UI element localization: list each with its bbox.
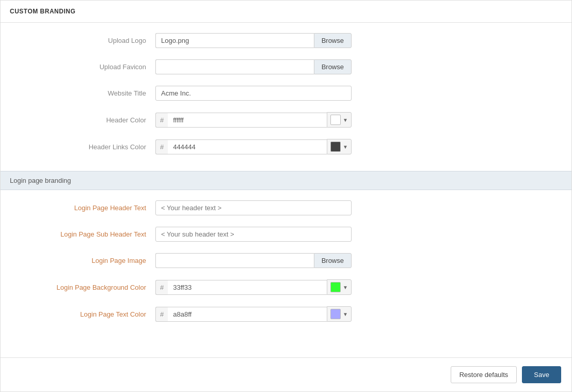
login-text-color-label: Login Page Text Color	[11, 310, 155, 318]
login-text-color-picker-button[interactable]: ▼	[327, 306, 352, 322]
login-sub-header-text-label: Login Page Sub Header Text	[11, 230, 155, 238]
general-branding-section: Upload Logo Browse Upload Favicon Browse…	[1, 23, 571, 171]
login-bg-color-dropdown-arrow: ▼	[343, 285, 348, 290]
upload-favicon-label: Upload Favicon	[11, 63, 155, 71]
login-bg-color-input-group: # ▼	[155, 279, 352, 295]
login-text-color-input[interactable]	[168, 307, 327, 322]
login-bg-color-input[interactable]	[168, 280, 327, 295]
upload-logo-row: Upload Logo Browse	[1, 33, 571, 48]
header-color-input[interactable]	[168, 113, 327, 128]
login-section-header: Login page branding	[1, 171, 571, 190]
login-text-color-swatch	[330, 309, 341, 319]
header-color-swatch	[330, 115, 341, 125]
login-sub-header-text-input-group	[155, 227, 352, 242]
login-text-color-input-group: # ▼	[155, 306, 352, 322]
header-color-row: Header Color # ▼	[1, 112, 571, 128]
login-image-input[interactable]	[155, 253, 314, 268]
login-bg-color-swatch	[330, 282, 341, 292]
login-text-color-hash: #	[155, 307, 168, 322]
header-color-label: Header Color	[11, 116, 155, 124]
custom-branding-page: CUSTOM BRANDING Upload Logo Browse Uploa…	[0, 0, 572, 392]
upload-favicon-row: Upload Favicon Browse	[1, 59, 571, 74]
header-links-color-input-group: # ▼	[155, 139, 352, 154]
header-color-input-group: # ▼	[155, 112, 352, 128]
page-title: CUSTOM BRANDING	[1, 1, 571, 23]
header-links-color-input[interactable]	[168, 139, 327, 154]
login-sub-header-text-row: Login Page Sub Header Text	[1, 227, 571, 242]
header-color-hash: #	[155, 113, 168, 128]
header-links-color-picker-button[interactable]: ▼	[327, 139, 352, 154]
upload-logo-input-group: Browse	[155, 33, 352, 48]
login-image-row: Login Page Image Browse	[1, 253, 571, 268]
restore-defaults-button[interactable]: Restore defaults	[451, 366, 517, 383]
login-bg-color-label: Login Page Background Color	[11, 284, 155, 291]
website-title-input[interactable]	[155, 86, 352, 101]
website-title-label: Website Title	[11, 89, 155, 97]
header-links-color-label: Header Links Color	[11, 143, 155, 151]
header-links-color-swatch	[330, 142, 341, 152]
login-text-color-row: Login Page Text Color # ▼	[1, 306, 571, 322]
upload-logo-input[interactable]	[155, 33, 314, 48]
save-button[interactable]: Save	[522, 366, 561, 383]
upload-logo-browse-button[interactable]: Browse	[314, 33, 352, 48]
footer-bar: Restore defaults Save	[1, 357, 571, 391]
login-sub-header-text-input[interactable]	[155, 227, 352, 242]
login-bg-color-hash: #	[155, 280, 168, 295]
upload-favicon-browse-button[interactable]: Browse	[314, 59, 352, 74]
login-header-text-label: Login Page Header Text	[11, 204, 155, 212]
website-title-row: Website Title	[1, 86, 571, 101]
upload-favicon-input[interactable]	[155, 59, 314, 74]
header-color-dropdown-arrow: ▼	[343, 117, 348, 123]
login-image-input-group: Browse	[155, 253, 352, 268]
login-header-text-input-group	[155, 200, 352, 215]
website-title-input-group	[155, 86, 352, 101]
login-image-browse-button[interactable]: Browse	[314, 253, 352, 268]
login-header-text-input[interactable]	[155, 200, 352, 215]
upload-logo-label: Upload Logo	[11, 37, 155, 44]
login-header-text-row: Login Page Header Text	[1, 200, 571, 215]
login-bg-color-row: Login Page Background Color # ▼	[1, 279, 571, 295]
header-links-color-row: Header Links Color # ▼	[1, 139, 571, 154]
login-branding-section: Login Page Header Text Login Page Sub He…	[1, 190, 571, 338]
login-bg-color-picker-button[interactable]: ▼	[327, 279, 352, 295]
header-color-picker-button[interactable]: ▼	[327, 112, 352, 128]
header-links-color-hash: #	[155, 139, 168, 154]
upload-favicon-input-group: Browse	[155, 59, 352, 74]
login-image-label: Login Page Image	[11, 257, 155, 264]
header-links-color-dropdown-arrow: ▼	[343, 144, 348, 150]
login-text-color-dropdown-arrow: ▼	[343, 311, 348, 317]
